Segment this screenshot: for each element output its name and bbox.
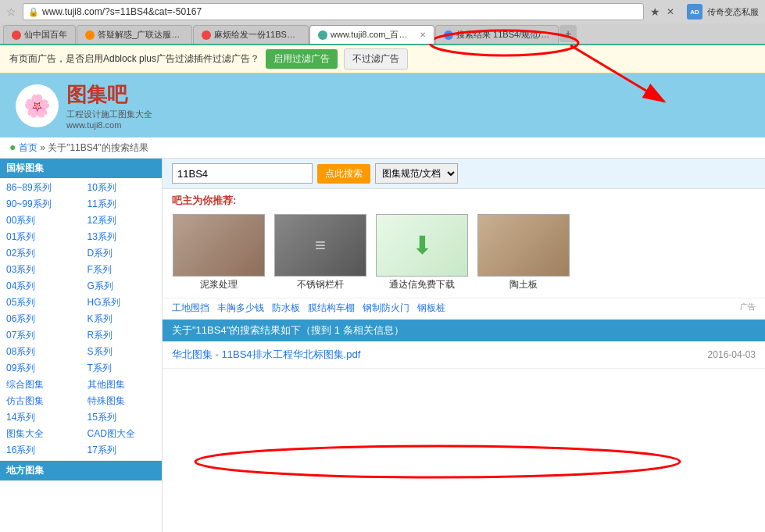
sidebar-item-05[interactable]: 05系列 [0, 295, 81, 311]
sidebar-item-03[interactable]: 03系列 [0, 262, 81, 278]
sidebar-item-09[interactable]: 09系列 [0, 360, 81, 377]
sidebar-item-11[interactable]: 11系列 [81, 196, 163, 212]
sidebar-item-00[interactable]: 00系列 [0, 212, 81, 229]
site-logo: 🌸 [16, 84, 59, 127]
sidebar-item-F[interactable]: F系列 [81, 262, 163, 278]
sidebar-item-07[interactable]: 07系列 [0, 327, 81, 344]
tab-favicon-5 [444, 30, 453, 40]
ad-link-weidi[interactable]: 工地围挡 [172, 302, 209, 315]
recommendation-title: 吧主为你推荐: [163, 189, 765, 211]
new-tab-button[interactable]: + [559, 25, 577, 42]
sidebar-item-D[interactable]: D系列 [81, 245, 163, 262]
sidebar-national-title: 国标图集 [0, 159, 162, 178]
rec-item-download: ⬇ 通达信免费下载 [375, 214, 469, 291]
title-bar: ☆ 🔒 www.tuji8.com/?s=11BS4&cat=-50167 ★ … [0, 0, 765, 23]
ad-link-mujiegou[interactable]: 膜结构车棚 [308, 302, 355, 315]
green-dot-icon: ● [9, 141, 16, 153]
rec-image-download: ⬇ [376, 214, 468, 277]
page-content: 🌸 图集吧 工程设计施工图集大全 www.tuji8.com ● 首页 » 关于… [0, 73, 765, 532]
sidebar-national-grid: 86~89系列 10系列 90~99系列 11系列 00系列 12系列 01系列… [0, 178, 162, 460]
rec-item-tile: 陶土板 [477, 214, 570, 291]
adblock-icon: AD [687, 4, 702, 20]
content-area: 点此搜索 图集规范/文档 吧主为你推荐: 泥浆处理 [163, 159, 765, 532]
sidebar-item-14[interactable]: 14系列 [0, 409, 81, 426]
sidebar-item-zonghe[interactable]: 综合图集 [0, 377, 81, 393]
breadcrumb-sep: » [40, 142, 45, 153]
result-item-1: 华北图集 - 11BS4排水工程华北标图集.pdf 2016-04-03 [163, 341, 765, 369]
tab-close-4[interactable]: ✕ [420, 30, 426, 39]
breadcrumb: ● 首页 » 关于"11BS4"的搜索结果 [0, 137, 765, 159]
search-button[interactable]: 点此搜索 [317, 164, 370, 184]
sidebar-item-13[interactable]: 13系列 [81, 229, 163, 245]
sidebar-item-CAD[interactable]: CAD图大全 [81, 426, 163, 442]
ad-link-gangbanzhuang[interactable]: 钢板桩 [417, 302, 445, 315]
tab-label-3: 麻烦给发一份11BS4图集和06 [214, 29, 300, 41]
rec-label-download: 通达信免费下载 [389, 278, 455, 291]
ad-link-gangtimenfang[interactable]: 钢制防火门 [363, 302, 409, 315]
tab-favicon-3 [202, 30, 211, 40]
sidebar-item-08[interactable]: 08系列 [0, 344, 81, 360]
site-url: www.tuji8.com [66, 120, 152, 130]
tab-search-results[interactable]: 搜索结果 11BS4/规范/图集 [× [435, 25, 559, 44]
sidebar-item-16[interactable]: 16系列 [0, 442, 81, 459]
sidebar-item-S[interactable]: S系列 [81, 344, 163, 360]
ad-link-fengxiong[interactable]: 丰胸多少钱 [217, 302, 264, 315]
sidebar-item-04[interactable]: 04系列 [0, 278, 81, 295]
enable-filter-button[interactable]: 启用过滤广告 [266, 49, 338, 69]
sidebar-item-15[interactable]: 15系列 [81, 409, 163, 426]
sidebar-item-12[interactable]: 12系列 [81, 212, 163, 229]
recommendation-items: 泥浆处理 ≡ 不锈钢栏杆 ⬇ 通达信免费下载 [163, 211, 765, 298]
tab-tuji8-baidu[interactable]: www.tuji8.com_百度搜索 ✕ [309, 25, 434, 44]
cherry-blossom-icon: 🌸 [23, 93, 51, 119]
tab-guanglianda[interactable]: 答疑解惑_广联达服务新干线 [77, 25, 192, 44]
sidebar-item-fanggu[interactable]: 仿古图集 [0, 393, 81, 409]
notification-bar: 有页面广告，是否启用Adblock plus广告过滤插件过滤广告？ 启用过滤广告… [0, 45, 765, 73]
site-name: 图集吧 [66, 81, 152, 109]
star-icon[interactable]: ☆ [6, 5, 16, 18]
sidebar-item-HG[interactable]: HG系列 [81, 295, 163, 311]
sidebar-item-R[interactable]: R系列 [81, 327, 163, 344]
search-bar: 点此搜索 图集规范/文档 [163, 159, 765, 189]
sidebar-item-qita[interactable]: 其他图集 [81, 377, 163, 393]
sidebar-item-02[interactable]: 02系列 [0, 245, 81, 262]
sidebar-item-17[interactable]: 17系列 [81, 442, 163, 459]
sidebar-item-01[interactable]: 01系列 [0, 229, 81, 245]
ad-link-fangshui[interactable]: 防水板 [272, 302, 300, 315]
rec-label-stairs: 不锈钢栏杆 [297, 278, 344, 291]
tab-favicon-2 [85, 30, 95, 40]
breadcrumb-home[interactable]: 首页 [19, 142, 38, 153]
sidebar-item-T[interactable]: T系列 [81, 360, 163, 377]
site-subtitle: 工程设计施工图集大全 [66, 109, 152, 120]
tab-mafan[interactable]: 麻烦给发一份11BS4图集和06 [193, 25, 309, 44]
ad-links-row: 工地围挡 丰胸多少钱 防水板 膜结构车棚 钢制防火门 钢板桩 广告 [163, 298, 765, 320]
sidebar-item-tujidaquan[interactable]: 图集大全 [0, 426, 81, 442]
search-category-select[interactable]: 图集规范/文档 [375, 163, 458, 184]
sidebar-local-section: 地方图集 [0, 461, 162, 481]
sidebar-item-90-99[interactable]: 90~99系列 [0, 196, 81, 212]
ignore-filter-button[interactable]: 不过滤广告 [344, 48, 408, 70]
result-date-1: 2016-04-03 [708, 349, 756, 360]
rec-image-tile [477, 214, 570, 277]
notification-text: 有页面广告，是否启用Adblock plus广告过滤插件过滤广告？ [9, 52, 259, 66]
sidebar-item-06[interactable]: 06系列 [0, 311, 81, 327]
right-section: AD 传奇变态私服 [687, 4, 759, 20]
tab-favicon-1 [12, 30, 21, 40]
sidebar-item-K[interactable]: K系列 [81, 311, 163, 327]
tab-label-1: 仙中国百年 [24, 29, 67, 41]
sidebar-item-10[interactable]: 10系列 [81, 180, 163, 196]
address-bar[interactable]: 🔒 www.tuji8.com/?s=11BS4&cat=-50167 [23, 3, 644, 20]
rec-item-mud: 泥浆处理 [172, 214, 266, 291]
sidebar-item-G[interactable]: G系列 [81, 278, 163, 295]
site-logo-text: 图集吧 工程设计施工图集大全 www.tuji8.com [66, 81, 152, 130]
tab-favicon-4 [318, 30, 327, 40]
ad-label: 广告 [740, 302, 756, 315]
sidebar-item-86-89[interactable]: 86~89系列 [0, 180, 81, 196]
result-link-1[interactable]: 华北图集 - 11BS4排水工程华北标图集.pdf [172, 348, 360, 362]
bookmark-icon[interactable]: ★ [650, 5, 660, 18]
address-text: www.tuji8.com/?s=11BS4&cat=-50167 [42, 6, 202, 17]
tab-label-5: 搜索结果 11BS4/规范/图集 [× [456, 29, 550, 41]
search-input[interactable] [172, 163, 313, 184]
sidebar-item-teshu[interactable]: 特殊图集 [81, 393, 163, 409]
tab-guobai[interactable]: 仙中国百年 [3, 25, 76, 44]
nav-arrow[interactable]: ✕ [667, 6, 674, 17]
